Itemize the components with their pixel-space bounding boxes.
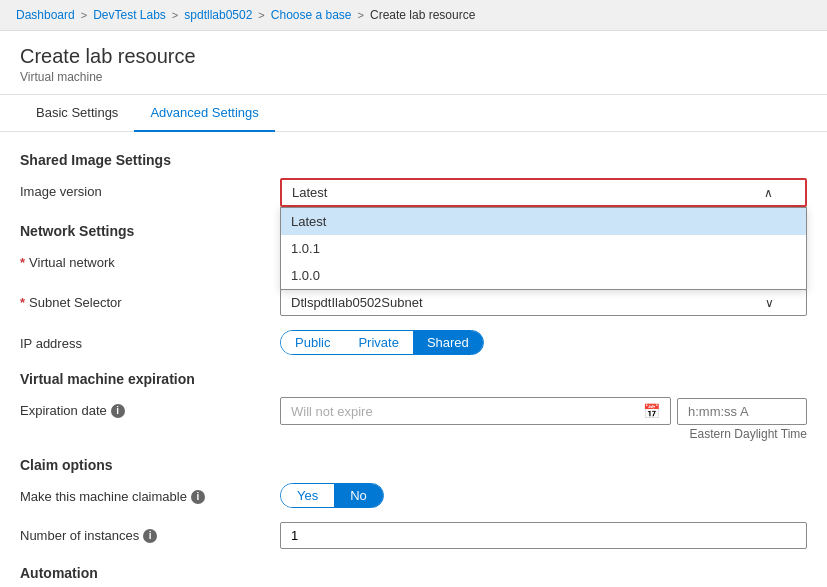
claimable-row: Make this machine claimable i Yes No [20,483,807,508]
ip-address-row: IP address Public Private Shared [20,330,807,355]
breadcrumb-sep-1: > [81,9,87,21]
page-title: Create lab resource [20,45,807,68]
content-area: Shared Image Settings Image version Late… [0,132,827,587]
image-version-value: Latest [292,185,327,200]
chevron-up-icon: ∧ [764,186,773,200]
dropdown-option-latest[interactable]: Latest [281,208,806,235]
breadcrumb-choose-base[interactable]: Choose a base [271,8,352,22]
ip-address-label: IP address [20,330,280,351]
expiration-time-input[interactable] [677,398,807,425]
claimable-toggle-group: Yes No [280,483,384,508]
image-version-dropdown-list: Latest 1.0.1 1.0.0 [280,207,807,290]
ip-shared-button[interactable]: Shared [413,331,483,354]
subnet-control: DtlspdtIlab0502Subnet ∨ [280,289,807,316]
breadcrumb-devtest[interactable]: DevTest Labs [93,8,166,22]
instances-row: Number of instances i [20,522,807,549]
ip-toggle-group: Public Private Shared [280,330,484,355]
expiration-date-control: Will not expire 📅 Eastern Daylight Time [280,397,807,441]
instances-input[interactable] [280,522,807,549]
shared-image-section-title: Shared Image Settings [20,152,807,168]
claimable-control: Yes No [280,483,807,508]
expiration-date-row: Expiration date i Will not expire 📅 East… [20,397,807,441]
claimable-info-icon[interactable]: i [191,490,205,504]
expiration-date-label: Expiration date i [20,397,280,418]
claimable-label: Make this machine claimable i [20,483,280,504]
page-subtitle: Virtual machine [20,70,807,84]
claim-options-section-title: Claim options [20,457,807,473]
expiration-date-row-inner: Will not expire 📅 [280,397,807,425]
ip-address-control: Public Private Shared [280,330,807,355]
tab-basic-settings[interactable]: Basic Settings [20,95,134,132]
claimable-no-button[interactable]: No [334,484,383,507]
breadcrumb-dashboard[interactable]: Dashboard [16,8,75,22]
expiration-date-placeholder: Will not expire [291,404,373,419]
tabs-container: Basic Settings Advanced Settings [0,95,827,132]
claimable-yes-button[interactable]: Yes [281,484,334,507]
dropdown-option-101[interactable]: 1.0.1 [281,235,806,262]
image-version-row: Image version Latest ∧ Latest 1.0.1 1.0.… [20,178,807,207]
breadcrumb-sep-2: > [172,9,178,21]
image-version-dropdown[interactable]: Latest ∧ [280,178,807,207]
breadcrumb-sep-3: > [258,9,264,21]
tab-advanced-settings[interactable]: Advanced Settings [134,95,274,132]
ip-private-button[interactable]: Private [344,331,412,354]
dropdown-option-100[interactable]: 1.0.0 [281,262,806,289]
calendar-icon[interactable]: 📅 [643,403,660,419]
virtual-network-required: * [20,255,25,270]
expiration-info-icon[interactable]: i [111,404,125,418]
automation-section: Automation View ARM template [20,565,807,587]
subnet-row: * Subnet Selector DtlspdtIlab0502Subnet … [20,289,807,316]
subnet-required: * [20,295,25,310]
automation-section-title: Automation [20,565,807,581]
subnet-value: DtlspdtIlab0502Subnet [291,295,423,310]
instances-label: Number of instances i [20,522,280,543]
expiration-date-input[interactable]: Will not expire 📅 [280,397,671,425]
chevron-down-subnet-icon: ∨ [765,296,774,310]
page-header: Create lab resource Virtual machine [0,31,827,95]
image-version-control: Latest ∧ Latest 1.0.1 1.0.0 [280,178,807,207]
ip-public-button[interactable]: Public [281,331,344,354]
breadcrumb: Dashboard > DevTest Labs > spdtllab0502 … [0,0,827,31]
breadcrumb-lab[interactable]: spdtllab0502 [184,8,252,22]
subnet-dropdown[interactable]: DtlspdtIlab0502Subnet ∨ [280,289,807,316]
breadcrumb-current: Create lab resource [370,8,475,22]
instances-info-icon[interactable]: i [143,529,157,543]
virtual-network-label: * Virtual network [20,249,280,270]
image-version-label: Image version [20,178,280,199]
instances-control [280,522,807,549]
subnet-label: * Subnet Selector [20,289,280,310]
breadcrumb-sep-4: > [358,9,364,21]
timezone-label: Eastern Daylight Time [280,427,807,441]
vm-expiration-section-title: Virtual machine expiration [20,371,807,387]
